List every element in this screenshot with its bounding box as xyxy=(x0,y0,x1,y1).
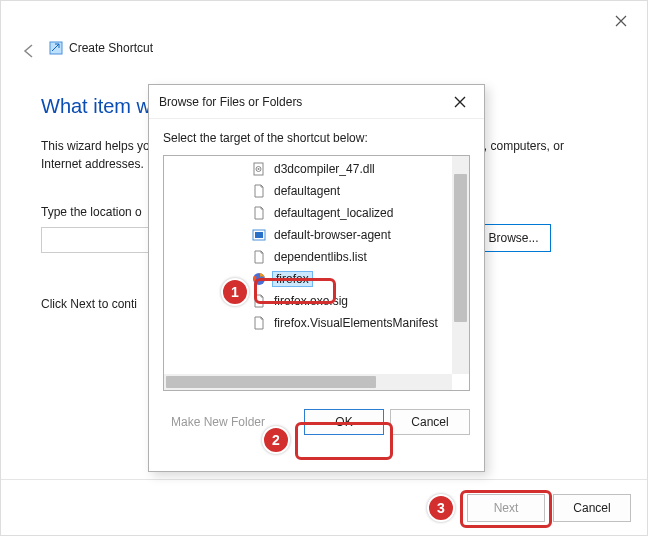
file-label: d3dcompiler_47.dll xyxy=(272,162,377,176)
dialog-title: Browse for Files or Folders xyxy=(159,95,302,109)
ok-button[interactable]: OK xyxy=(304,409,384,435)
close-icon xyxy=(454,96,466,108)
file-item[interactable]: d3dcompiler_47.dll xyxy=(164,158,452,180)
browse-dialog: Browse for Files or Folders Select the t… xyxy=(148,84,485,472)
vertical-scrollbar[interactable] xyxy=(452,156,469,374)
file-label: dependentlibs.list xyxy=(272,250,369,264)
exe-icon xyxy=(252,228,266,242)
file-item[interactable]: defaultagent xyxy=(164,180,452,202)
file-item[interactable]: firefox.exe.sig xyxy=(164,290,452,312)
svg-rect-5 xyxy=(255,232,263,238)
file-label: firefox.VisualElementsManifest xyxy=(272,316,440,330)
file-label: defaultagent_localized xyxy=(272,206,395,220)
dialog-cancel-button[interactable]: Cancel xyxy=(390,409,470,435)
file-item-selected[interactable]: firefox xyxy=(164,268,452,290)
file-label: default-browser-agent xyxy=(272,228,393,242)
close-icon xyxy=(615,15,627,27)
wizard-title: Create Shortcut xyxy=(69,41,153,55)
dialog-close-button[interactable] xyxy=(446,88,474,116)
annotation-marker-3: 3 xyxy=(427,494,455,522)
file-item[interactable]: defaultagent_localized xyxy=(164,202,452,224)
svg-point-3 xyxy=(258,168,260,170)
file-label: firefox.exe.sig xyxy=(272,294,350,308)
browse-button[interactable]: Browse... xyxy=(476,224,551,252)
wizard-heading: What item wo xyxy=(41,95,162,118)
wizard-hint: Click Next to conti xyxy=(41,297,137,311)
file-icon xyxy=(252,294,266,308)
make-new-folder-button: Make New Folder xyxy=(163,409,273,435)
file-item[interactable]: default-browser-agent xyxy=(164,224,452,246)
file-icon xyxy=(252,316,266,330)
horizontal-scrollbar[interactable] xyxy=(164,374,452,390)
file-icon xyxy=(252,206,266,220)
vertical-scroll-thumb[interactable] xyxy=(454,174,467,322)
annotation-marker-1: 1 xyxy=(221,278,249,306)
next-button[interactable]: Next xyxy=(467,494,545,522)
file-label: firefox xyxy=(272,271,313,287)
file-label: defaultagent xyxy=(272,184,342,198)
wizard-close-button[interactable] xyxy=(611,11,631,31)
file-item[interactable]: dependentlibs.list xyxy=(164,246,452,268)
firefox-icon xyxy=(252,272,266,286)
dll-icon xyxy=(252,162,266,176)
file-list[interactable]: d3dcompiler_47.dlldefaultagentdefaultage… xyxy=(164,158,452,374)
dialog-titlebar: Browse for Files or Folders xyxy=(149,85,484,119)
dialog-button-row: Make New Folder OK Cancel xyxy=(149,391,484,435)
wizard-footer: Next Cancel xyxy=(1,479,647,535)
cancel-button[interactable]: Cancel xyxy=(553,494,631,522)
back-button[interactable] xyxy=(19,41,39,61)
dialog-instruction: Select the target of the shortcut below: xyxy=(149,119,484,155)
file-icon xyxy=(252,250,266,264)
horizontal-scroll-thumb[interactable] xyxy=(166,376,376,388)
file-tree: d3dcompiler_47.dlldefaultagentdefaultage… xyxy=(163,155,470,391)
location-label: Type the location o xyxy=(41,205,142,219)
file-item[interactable]: firefox.VisualElementsManifest xyxy=(164,312,452,334)
shortcut-wizard-icon xyxy=(49,41,63,55)
annotation-marker-2: 2 xyxy=(262,426,290,454)
file-icon xyxy=(252,184,266,198)
arrow-left-icon xyxy=(21,43,37,59)
